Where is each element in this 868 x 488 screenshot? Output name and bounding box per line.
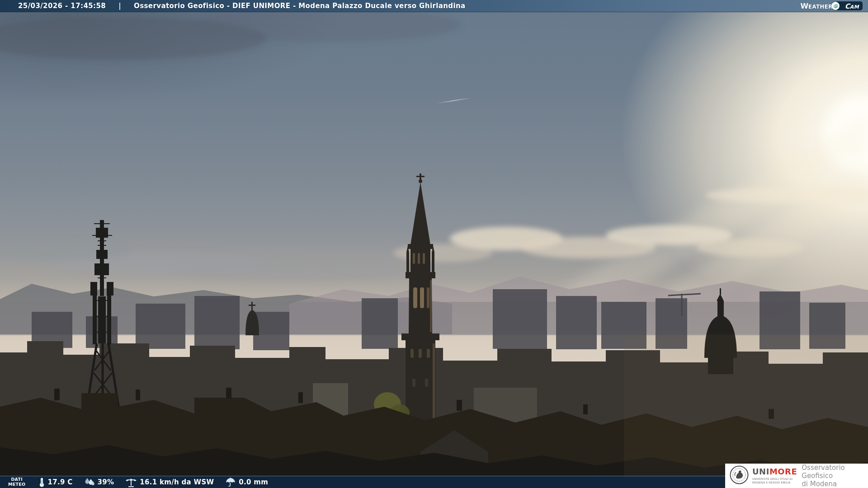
humidity-readout: 39%	[85, 478, 114, 487]
rain-umbrella-icon	[226, 477, 236, 487]
weathercam-badge: CAM	[835, 1, 863, 10]
wind-readout: 16.1 km/h da WSW	[126, 477, 214, 487]
unimore-seal	[730, 465, 749, 486]
weathercam-word: WEATHER	[800, 2, 832, 10]
cityscape-photo	[0, 0, 868, 488]
webcam-page: 25/03/2026 - 17:45:58 | Osservatorio Geo…	[0, 0, 868, 488]
thermometer-icon	[38, 477, 45, 487]
separator: |	[118, 2, 121, 10]
camera-title: Osservatorio Geofisico - DIEF UNIMORE - …	[134, 2, 466, 10]
unimore-logo-box[interactable]: UNIMORE UNIVERSITÀ DEGLI STUDI DI MODENA…	[725, 464, 868, 488]
wind-icon	[126, 477, 137, 487]
datetime-label: 25/03/2026 - 17:45:58	[18, 2, 106, 10]
weathercam-cam: CAM	[845, 2, 859, 10]
humidity-icon	[85, 478, 94, 487]
unimore-wordmark: UNIMORE UNIVERSITÀ DEGLI STUDI DI MODENA…	[752, 468, 797, 484]
observatory-name: Osservatorio Geofisico di Modena	[802, 464, 868, 488]
weathercam-logo[interactable]: WEATHER CAM	[800, 1, 863, 10]
unimore-subtitle: UNIVERSITÀ DEGLI STUDI DI MODENA E REGGI…	[752, 477, 797, 484]
temperature-readout: 17.9 C	[38, 477, 73, 487]
dati-meteo-label: DATI METEO	[8, 477, 26, 487]
top-overlay-bar: 25/03/2026 - 17:45:58 | Osservatorio Geo…	[0, 0, 868, 12]
camera-lens-icon	[831, 2, 840, 10]
precipitation-readout: 0.0 mm	[226, 477, 268, 487]
